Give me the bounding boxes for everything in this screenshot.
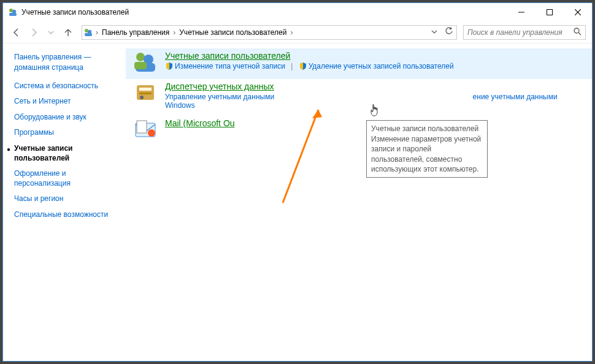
- svg-point-22: [148, 129, 155, 137]
- svg-rect-9: [85, 33, 92, 36]
- forward-button[interactable]: [26, 25, 41, 40]
- sidebar-item-network[interactable]: Сеть и Интернет: [14, 97, 120, 107]
- tooltip-title: Учетные записи пользователей: [371, 124, 483, 134]
- user-accounts-category-icon: [133, 51, 158, 73]
- sidebar-item-appearance[interactable]: Оформление и персонализация: [14, 169, 120, 188]
- category-credential-manager: Диспетчер учетных данных Управление учет…: [126, 79, 592, 116]
- tooltip: Учетные записи пользователей Изменение п…: [366, 120, 488, 178]
- svg-rect-18: [139, 93, 152, 94]
- category-user-accounts: Учетные записи пользователей Изменение т…: [126, 48, 592, 79]
- minimize-button[interactable]: [507, 3, 536, 21]
- link-remove-user-accounts[interactable]: Удаление учетных записей пользователей: [309, 62, 454, 70]
- search-icon[interactable]: [574, 28, 582, 37]
- user-accounts-icon: [8, 7, 18, 17]
- sidebar-item-user-accounts[interactable]: Учетные записи пользователей: [14, 144, 120, 163]
- window-controls: [507, 3, 592, 21]
- svg-rect-15: [134, 62, 147, 69]
- link-manage-web-credentials[interactable]: Управление учетными данными: [165, 93, 276, 101]
- category-title-credential-manager[interactable]: Диспетчер учетных данных: [165, 82, 585, 91]
- category-body: Учетные записи пользователей Изменение т…: [165, 51, 585, 73]
- svg-point-12: [136, 53, 145, 61]
- breadcrumb-sep: ›: [94, 28, 99, 37]
- svg-point-19: [140, 96, 144, 99]
- mail-icon: [133, 118, 158, 140]
- category-mail: Mail (Microsoft Ou: [126, 116, 592, 146]
- svg-rect-4: [547, 10, 553, 15]
- up-button[interactable]: [61, 25, 75, 40]
- tooltip-body: Изменение параметров учетной записи и па…: [371, 134, 483, 174]
- category-links: Управление учетными данными XXXXXXXXXXXX…: [165, 93, 585, 110]
- sidebar-item-ease-of-access[interactable]: Специальные возможности: [14, 210, 120, 220]
- main-pane: Учетные записи пользователей Изменение т…: [126, 44, 592, 361]
- close-button[interactable]: [564, 3, 592, 21]
- svg-rect-17: [139, 88, 152, 91]
- window-title: Учетные записи пользователей: [21, 8, 507, 17]
- breadcrumb-item-2[interactable]: Учетные записи пользователей: [177, 28, 289, 37]
- search-box[interactable]: [463, 25, 586, 40]
- sidebar-home-link[interactable]: Панель управления — домашняя страница: [14, 52, 120, 73]
- sidebar-item-system[interactable]: Система и безопасность: [14, 82, 120, 91]
- link-change-account-type[interactable]: Изменение типа учетной записи: [175, 62, 285, 70]
- sidebar-item-hardware[interactable]: Оборудование и звук: [14, 113, 120, 123]
- credential-manager-icon: [133, 82, 158, 104]
- breadcrumb[interactable]: › Панель управления › Учетные записи пол…: [82, 25, 457, 40]
- breadcrumb-sep: ›: [172, 28, 177, 37]
- svg-rect-2: [9, 13, 17, 16]
- content-area: Панель управления — домашняя страница Си…: [3, 44, 592, 361]
- toolbar: › Панель управления › Учетные записи пол…: [3, 21, 592, 44]
- category-links: Изменение типа учетной записи | Удаление…: [165, 62, 585, 70]
- breadcrumb-dropdown-button[interactable]: [427, 28, 442, 37]
- sidebar-item-clock-region[interactable]: Часы и регион: [14, 194, 120, 204]
- shield-icon: [299, 62, 307, 70]
- control-panel-window: Учетные записи пользователей: [2, 2, 593, 362]
- svg-point-10: [574, 28, 579, 33]
- sidebar-item-programs[interactable]: Программы: [14, 128, 120, 138]
- back-button[interactable]: [9, 25, 24, 40]
- link-separator: |: [291, 62, 293, 70]
- svg-line-11: [578, 32, 581, 35]
- breadcrumb-sep: ›: [289, 28, 294, 37]
- breadcrumb-icon: [82, 28, 94, 37]
- sidebar: Панель управления — домашняя страница Си…: [3, 44, 126, 361]
- search-input[interactable]: [467, 28, 574, 37]
- category-body: Диспетчер учетных данных Управление учет…: [165, 82, 585, 110]
- svg-rect-21: [137, 121, 147, 133]
- titlebar: Учетные записи пользователей: [3, 3, 592, 21]
- maximize-button[interactable]: [536, 3, 564, 21]
- history-dropdown-button[interactable]: [44, 25, 58, 40]
- shield-icon: [165, 62, 174, 70]
- refresh-button[interactable]: [442, 27, 456, 37]
- breadcrumb-item-1[interactable]: Панель управления: [99, 28, 172, 37]
- category-title-user-accounts[interactable]: Учетные записи пользователей: [165, 51, 585, 61]
